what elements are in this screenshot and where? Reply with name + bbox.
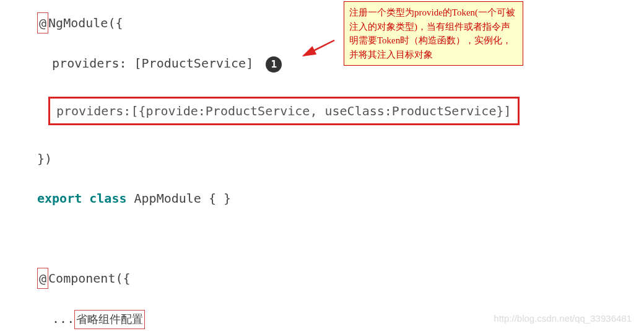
decorator-at-box-2: @ xyxy=(37,268,48,289)
expanded-provider-box: providers:[{provide:ProductService, useC… xyxy=(48,97,520,125)
arrow-icon xyxy=(297,37,341,62)
svg-line-0 xyxy=(303,40,334,56)
watermark-text: http://blog.csdn.net/qq_33936481 xyxy=(494,311,632,326)
decorator-at-box: @ xyxy=(37,12,48,33)
omitted-config-box: 省略组件配置 xyxy=(74,310,145,329)
note-text: 注册一个类型为provide的Token(一个可被注入的对象类型)，当有组件或者… xyxy=(349,7,515,60)
badge-1: 1 xyxy=(266,56,282,73)
annotation-note: 注册一个类型为provide的Token(一个可被注入的对象类型)，当有组件或者… xyxy=(344,1,523,66)
